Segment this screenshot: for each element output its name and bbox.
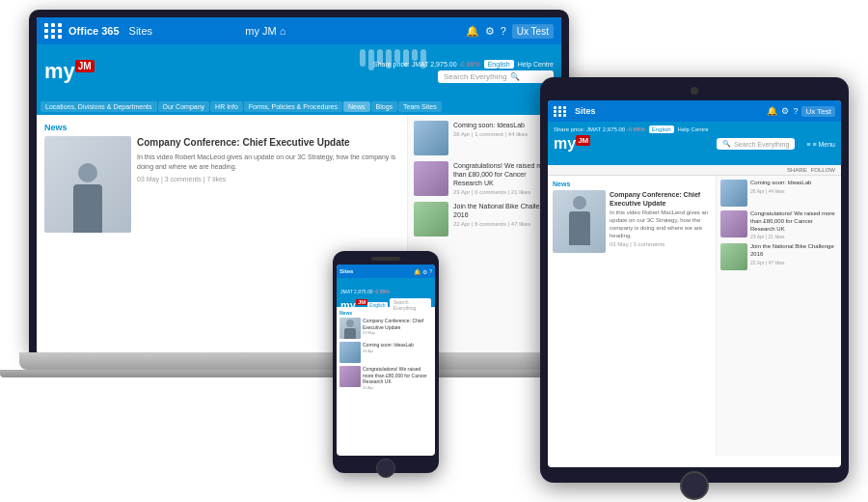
laptop-device: Office 365 Sites my JM ⌂ 🔔 ⚙ ? Ux Test m… xyxy=(29,10,569,396)
waffle-icon[interactable] xyxy=(44,23,63,39)
tablet-hero-desc: In this video Robert MacLeod gives an up… xyxy=(610,209,711,239)
phone-search[interactable]: Search Everything xyxy=(390,298,431,312)
side-thumb-3 xyxy=(414,202,448,237)
tablet-outer: Sites 🔔 ⚙ ? Ux Test Share price: JMAT 2,… xyxy=(540,77,849,483)
user-menu[interactable]: Ux Test xyxy=(512,24,554,39)
side-thumb-1 xyxy=(414,121,448,155)
laptop-base xyxy=(19,352,579,370)
tablet-side-meta-3: 22 Apr | 47 likes xyxy=(750,260,837,265)
phone-gear-icon[interactable]: ⚙ xyxy=(422,268,427,275)
tablet-sites-title: Sites xyxy=(575,106,596,116)
tablet-share-btn[interactable]: SHARE xyxy=(787,167,807,173)
tablet-side-3[interactable]: Join the National Bike Challenge 2016 22… xyxy=(720,243,837,270)
tablet-side-thumb-1 xyxy=(720,180,747,207)
tablet-side-thumb-3 xyxy=(720,243,747,270)
tablet-camera xyxy=(691,87,698,95)
tablet-hero[interactable]: Company Conference: Chief Executive Upda… xyxy=(553,190,711,253)
tablet-user-menu[interactable]: Ux Test xyxy=(801,106,835,117)
phone-article-2-meta: 26 Apr xyxy=(363,349,414,353)
phone-article-1-title: Company Conference: Chief Executive Upda… xyxy=(363,318,432,330)
side-title-1: Coming soon: IdeasLab xyxy=(453,121,528,129)
news-hero-description: In this video Robert MacLeod gives an up… xyxy=(137,153,399,172)
phone-lang[interactable]: English xyxy=(367,302,387,308)
sites-label[interactable]: Sites xyxy=(129,25,152,37)
laptop-foot xyxy=(0,370,598,377)
tablet-hero-title[interactable]: Company Conference: Chief Executive Upda… xyxy=(610,190,711,208)
tablet-share-row: Share price: JMAT 2,975.00 -0.88% Englis… xyxy=(554,126,835,133)
tablet-hero-img xyxy=(553,190,606,253)
tablet-share-price: Share price: JMAT 2,975.00 -0.88% xyxy=(554,126,645,132)
nav-forms[interactable]: Forms, Policies & Procedures xyxy=(244,101,342,112)
news-hero-title[interactable]: Company Conference: Chief Executive Upda… xyxy=(137,136,399,149)
tablet-main: News Company Conference: Chief Executive… xyxy=(548,176,716,456)
tablet-lang[interactable]: English xyxy=(649,126,674,133)
side-article-1-text: Coming soon: IdeasLab 26 Apr | 1 comment… xyxy=(453,121,528,137)
tablet-help-icon[interactable]: ? xyxy=(793,106,798,117)
phone-home-button[interactable] xyxy=(376,459,395,478)
tablet-hero-text: Company Conference: Chief Executive Upda… xyxy=(610,190,711,253)
news-hero-text: Company Conference: Chief Executive Upda… xyxy=(137,136,399,233)
phone-bar: Sites 🔔 ⚙ ? xyxy=(337,265,435,278)
phone-article-2[interactable]: Coming soon: IdeasLab 26 Apr xyxy=(339,342,432,363)
news-section-label: News xyxy=(44,123,399,132)
phone-icons: 🔔 ⚙ ? xyxy=(414,268,432,275)
side-meta-1: 26 Apr | 1 comment | 44 likes xyxy=(453,131,528,137)
phone-outer: Sites 🔔 ⚙ ? JMAT 2,975.00 -0.88% xyxy=(333,251,439,473)
search-icon: 🔍 xyxy=(510,72,520,81)
laptop-screen: Office 365 Sites my JM ⌂ 🔔 ⚙ ? Ux Test m… xyxy=(37,17,561,352)
tablet-search[interactable]: 🔍 Search Everything xyxy=(717,138,795,150)
news-hero-image xyxy=(44,136,131,233)
tablet-side-1[interactable]: Coming soon: IdeasLab 26 Apr | 44 likes xyxy=(720,180,837,207)
help-centre-link[interactable]: Help Centre xyxy=(518,61,554,68)
tablet-side-title-2: Congratulations! We raised more than £80… xyxy=(750,210,837,233)
phone-screen: Sites 🔔 ⚙ ? JMAT 2,975.00 -0.88% xyxy=(337,265,435,456)
nav-team-sites[interactable]: Team Sites xyxy=(398,101,442,112)
tablet-menu[interactable]: ≡ ≡ Menu xyxy=(806,141,835,148)
help-icon[interactable]: ? xyxy=(501,25,506,37)
phone-bell-icon[interactable]: 🔔 xyxy=(414,268,420,275)
nav-news[interactable]: News xyxy=(343,101,370,112)
tablet-home-button[interactable] xyxy=(680,471,709,500)
nav-locations[interactable]: Locations, Divisions & Departments xyxy=(41,101,157,112)
search-bar[interactable]: Search Everything 🔍 xyxy=(438,70,554,83)
tablet-waffle-icon[interactable] xyxy=(554,106,567,117)
nav-blogs[interactable]: Blogs xyxy=(371,101,398,112)
nav-hr-info[interactable]: HR Info xyxy=(210,101,243,112)
content-area: News Company Conference: Chief Executive… xyxy=(37,115,561,352)
phone-article-1[interactable]: Company Conference: Chief Executive Upda… xyxy=(339,318,432,339)
side-article-3[interactable]: Join the National Bike Challenge 2016 22… xyxy=(414,202,556,237)
tablet-side-2[interactable]: Congratulations! We raised more than £80… xyxy=(720,210,837,239)
tablet-hero-meta: 03 May | 3 comments xyxy=(610,241,711,247)
phone-article-3-title: Congratulations! We raised more than £80… xyxy=(363,366,432,385)
tablet-menu-icon: ≡ xyxy=(806,141,810,148)
tablet-side-3-text: Join the National Bike Challenge 2016 22… xyxy=(750,243,837,270)
phone-help-icon[interactable]: ? xyxy=(429,268,432,275)
phone-article-3[interactable]: Congratulations! We raised more than £80… xyxy=(339,366,432,390)
myjm-logo: myJM xyxy=(44,61,95,82)
tablet-follow-btn[interactable]: FOLLOW xyxy=(811,167,835,173)
phone-thumb-1 xyxy=(339,318,361,339)
language-selector[interactable]: English xyxy=(484,60,514,69)
tablet-gear-icon[interactable]: ⚙ xyxy=(781,106,789,117)
gear-icon[interactable]: ⚙ xyxy=(485,25,495,38)
phone-article-2-text: Coming soon: IdeasLab 26 Apr xyxy=(363,342,414,363)
tablet-side-thumb-2 xyxy=(720,210,747,237)
news-hero[interactable]: Company Conference: Chief Executive Upda… xyxy=(44,136,399,233)
laptop-screen-outer: Office 365 Sites my JM ⌂ 🔔 ⚙ ? Ux Test m… xyxy=(29,10,569,352)
tablet-toolbar-icons: 🔔 ⚙ ? Ux Test xyxy=(767,106,835,117)
tablet-share-follow: SHARE FOLLOW xyxy=(548,165,841,176)
tablet-news-label: News xyxy=(553,181,711,187)
phone-speaker xyxy=(371,257,400,261)
bell-icon[interactable]: 🔔 xyxy=(466,25,479,38)
myjm-nav-label[interactable]: my JM ⌂ xyxy=(245,25,285,37)
side-article-2[interactable]: Congratulations! We raised more than £80… xyxy=(414,161,556,196)
phone-article-3-meta: 23 Apr xyxy=(363,385,432,390)
tablet-help[interactable]: Help Centre xyxy=(678,126,709,132)
tablet-screen: Sites 🔔 ⚙ ? Ux Test Share price: JMAT 2,… xyxy=(548,100,841,467)
tablet-logo-row: myJM 🔍 Search Everything ≡ ≡ Menu xyxy=(554,135,835,153)
office365-title: Office 365 xyxy=(68,25,120,37)
nav-our-company[interactable]: Our Company xyxy=(158,101,210,112)
tablet-bell-icon[interactable]: 🔔 xyxy=(767,106,777,117)
side-article-1[interactable]: Coming soon: IdeasLab 26 Apr | 1 comment… xyxy=(414,121,556,155)
scene: Office 365 Sites my JM ⌂ 🔔 ⚙ ? Ux Test m… xyxy=(0,0,868,502)
